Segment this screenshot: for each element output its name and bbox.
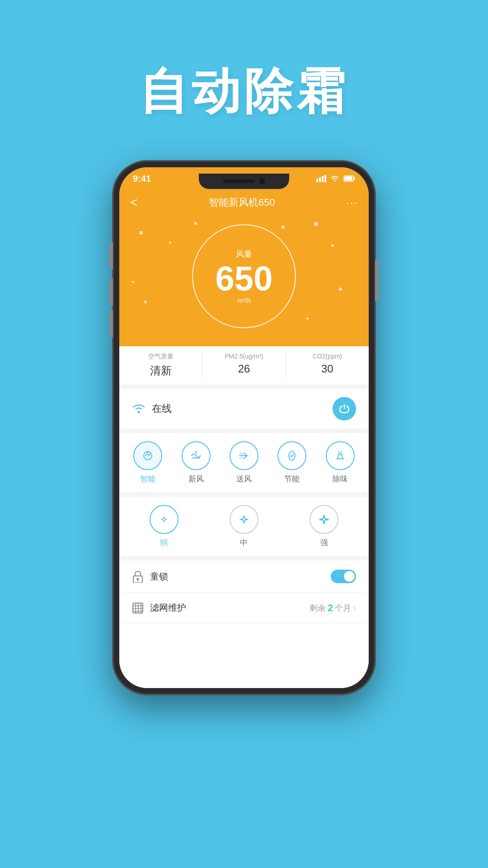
svg-point-12: [243, 518, 245, 521]
online-bar: 在线: [119, 389, 369, 429]
chevron-right-icon: ›: [353, 603, 356, 613]
filter-left: 滤网维护: [132, 602, 186, 614]
mode-icon-fresh: [182, 441, 211, 470]
phone-frame: 9:41: [113, 161, 375, 694]
phone-mockup: 9:41: [113, 161, 375, 694]
status-icons: [316, 175, 355, 182]
svg-rect-6: [354, 177, 355, 180]
fan-item-mid[interactable]: 中: [230, 505, 258, 548]
svg-rect-1: [319, 177, 321, 182]
online-left: 在线: [132, 402, 172, 415]
dot: [339, 288, 342, 291]
mode-icon-smart: [133, 441, 162, 470]
dot: [144, 301, 147, 303]
bottom-section: 童锁: [119, 561, 369, 688]
fan-speed-section: 弱 中: [119, 497, 369, 556]
stat-co2: CO2(ppm) 30: [286, 353, 369, 378]
stat-value-co2: 30: [321, 363, 333, 375]
mode-icon-save: [277, 441, 306, 470]
app-title: 智能新风机650: [209, 196, 275, 209]
mode-row: 智能 新风: [124, 441, 364, 484]
more-button[interactable]: ···: [346, 196, 358, 209]
wind-value: 650: [216, 261, 273, 296]
power-button[interactable]: [333, 397, 356, 420]
svg-point-4: [334, 180, 336, 182]
filter-right: 剩余 2 个月 ›: [310, 602, 356, 614]
signal-icon: [316, 175, 326, 182]
fan-item-high[interactable]: 强: [310, 505, 338, 548]
mode-label-fresh: 新风: [188, 474, 204, 484]
svg-rect-2: [322, 176, 324, 182]
app-header: < 智能新风机650 ···: [119, 190, 369, 215]
fan-item-low[interactable]: 弱: [150, 505, 178, 548]
child-lock-left: 童锁: [132, 570, 168, 583]
dot: [306, 317, 309, 320]
wind-unit: m³/h: [237, 297, 251, 304]
stat-label-air: 空气质量: [148, 353, 174, 361]
filter-remaining-prefix: 剩余: [310, 603, 326, 613]
stats-bar: 空气质量 清新 PM2.5(ug/m³) 26 CO2(ppm) 30: [119, 346, 369, 384]
svg-rect-3: [324, 175, 326, 182]
dot: [194, 222, 197, 225]
fan-icon-low: [150, 505, 178, 534]
online-text: 在线: [152, 402, 172, 415]
mode-icon-deodor: [326, 441, 355, 470]
mode-icon-send: [230, 441, 258, 470]
svg-point-13: [323, 518, 325, 521]
stat-label-co2: CO2(ppm): [313, 353, 342, 360]
dot: [314, 222, 318, 226]
mode-label-send: 送风: [236, 474, 252, 484]
filter-icon: [132, 602, 144, 614]
fan-label-mid: 中: [240, 538, 248, 548]
svg-point-8: [138, 411, 140, 413]
mode-label-deodor: 除味: [333, 474, 348, 484]
wind-label: 风量: [236, 249, 252, 259]
mode-label-save: 节能: [284, 474, 300, 484]
filter-row[interactable]: 滤网维护 剩余 2 个月 ›: [119, 593, 369, 623]
mode-item-save[interactable]: 节能: [274, 441, 310, 484]
notch-camera: [259, 178, 265, 184]
hero-title: 自动除霜: [139, 59, 349, 125]
stat-pm25: PM2.5(ug/m³) 26: [202, 353, 285, 378]
fan-icon-high: [310, 505, 338, 534]
notch-speaker: [223, 179, 254, 183]
svg-point-11: [163, 518, 165, 521]
stat-value-air: 清新: [150, 363, 172, 378]
fan-label-high: 强: [320, 538, 328, 548]
dot: [331, 244, 334, 247]
child-lock-toggle[interactable]: [331, 570, 356, 583]
svg-rect-7: [344, 177, 352, 181]
wind-circle: 风量 650 m³/h: [192, 224, 296, 328]
lock-icon: [132, 570, 144, 583]
filter-remaining-suffix: 个月: [335, 603, 351, 613]
notch: [199, 174, 289, 189]
dot: [139, 231, 143, 235]
mode-section: 智能 新风: [119, 433, 369, 492]
fan-icon-mid: [230, 505, 258, 534]
toggle-knob: [344, 571, 355, 582]
dot: [132, 281, 134, 283]
dot: [282, 226, 285, 229]
phone-screen: 9:41: [119, 167, 369, 688]
dot: [169, 241, 171, 244]
fan-label-low: 弱: [160, 538, 168, 548]
svg-rect-0: [316, 179, 318, 182]
mode-label-smart: 智能: [140, 474, 155, 484]
hero-area: 风量 650 m³/h: [119, 215, 369, 346]
svg-point-10: [147, 451, 149, 453]
status-time: 9:41: [133, 174, 151, 184]
mode-item-fresh[interactable]: 新风: [178, 441, 214, 484]
child-lock-row: 童锁: [119, 561, 369, 593]
mode-item-send[interactable]: 送风: [226, 441, 262, 484]
back-button[interactable]: <: [130, 195, 137, 210]
mode-item-deodor[interactable]: 除味: [322, 441, 358, 484]
wifi-icon: [330, 175, 340, 182]
mode-item-smart[interactable]: 智能: [130, 441, 166, 484]
wifi-status-icon: [132, 404, 145, 414]
battery-icon: [343, 175, 355, 182]
power-icon: [339, 404, 349, 414]
stat-air-quality: 空气质量 清新: [119, 353, 202, 378]
child-lock-label: 童锁: [150, 571, 168, 583]
stat-label-pm25: PM2.5(ug/m³): [225, 353, 263, 360]
filter-remaining-value: 2: [328, 602, 333, 614]
